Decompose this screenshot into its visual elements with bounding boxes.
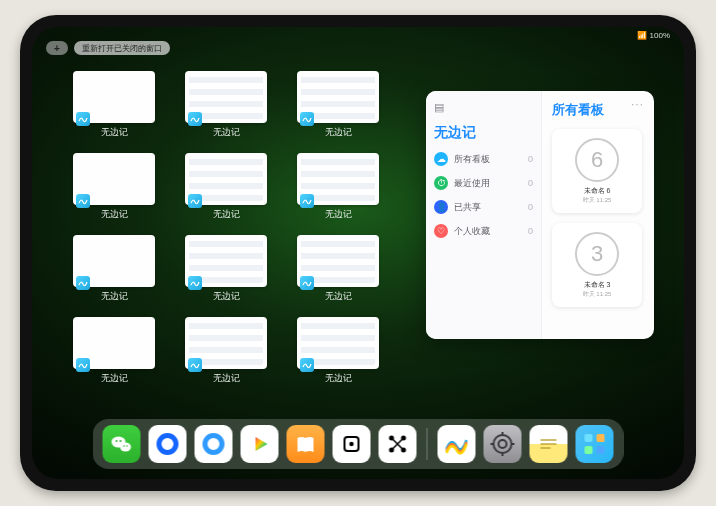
sidebar-item[interactable]: ♡个人收藏0 (434, 224, 533, 238)
freeform-app-icon (76, 276, 90, 290)
sidebar-item[interactable]: ☁所有看板0 (434, 152, 533, 166)
thumbnail-preview (73, 71, 155, 123)
sidebar-item-count: 0 (528, 178, 533, 188)
top-left-controls: + 重新打开已关闭的窗口 (46, 41, 170, 55)
svg-rect-22 (585, 434, 593, 442)
sidebar-item-icon: 👤 (434, 200, 448, 214)
svg-point-3 (120, 440, 122, 442)
dock-app-nodes[interactable] (379, 425, 417, 463)
window-label: 无边记 (325, 290, 352, 303)
thumbnail-preview (185, 153, 267, 205)
reopen-label: 重新打开已关闭的窗口 (82, 43, 162, 54)
board-thumbnail: 3 (575, 232, 619, 276)
svg-rect-23 (597, 434, 605, 442)
plus-icon: + (54, 43, 60, 54)
window-thumbnail[interactable]: 无边记 (292, 71, 384, 139)
board-card[interactable]: 6未命名 6昨天 11:25 (552, 129, 642, 213)
thumbnail-preview (297, 317, 379, 369)
thumbnail-preview (185, 71, 267, 123)
board-name: 未命名 6 (584, 186, 611, 196)
popover-menu: ☁所有看板0⏱最近使用0👤已共享0♡个人收藏0 (434, 152, 533, 238)
popover-content: ··· 所有看板 6未命名 6昨天 11:253未命名 3昨天 11:25 (542, 91, 654, 339)
board-card[interactable]: 3未命名 3昨天 11:25 (552, 223, 642, 307)
window-thumbnail[interactable]: 无边记 (180, 317, 272, 385)
board-thumbnail: 6 (575, 138, 619, 182)
status-right: 📶 100% (637, 31, 670, 40)
window-label: 无边记 (213, 208, 240, 221)
sidebar-item-label: 已共享 (454, 201, 481, 214)
dock-app-q1[interactable] (149, 425, 187, 463)
window-thumbnail[interactable]: 无边记 (68, 317, 160, 385)
thumbnail-preview (297, 71, 379, 123)
freeform-app-icon (76, 112, 90, 126)
svg-point-14 (499, 440, 507, 448)
window-label: 无边记 (101, 290, 128, 303)
sidebar-item-count: 0 (528, 202, 533, 212)
thumbnail-preview (297, 153, 379, 205)
dock-app-books[interactable] (287, 425, 325, 463)
window-label: 无边记 (213, 372, 240, 385)
sidebar-item[interactable]: 👤已共享0 (434, 200, 533, 214)
svg-point-1 (120, 443, 131, 452)
dock-app-q2[interactable] (195, 425, 233, 463)
svg-point-2 (116, 440, 118, 442)
dock-app-wechat[interactable] (103, 425, 141, 463)
window-label: 无边记 (213, 290, 240, 303)
dock-app-freeform[interactable] (438, 425, 476, 463)
freeform-popover: ▤ 无边记 ☁所有看板0⏱最近使用0👤已共享0♡个人收藏0 ··· 所有看板 6… (426, 91, 654, 339)
sidebar-item-count: 0 (528, 154, 533, 164)
window-thumbnail[interactable]: 无边记 (180, 71, 272, 139)
thumbnail-preview (73, 235, 155, 287)
app-switcher-grid: 无边记无边记无边记无边记无边记无边记无边记无边记无边记无边记无边记无边记 (68, 71, 384, 385)
freeform-app-icon (300, 276, 314, 290)
freeform-app-icon (76, 358, 90, 372)
window-label: 无边记 (213, 126, 240, 139)
window-label: 无边记 (101, 126, 128, 139)
sidebar-item-icon: ♡ (434, 224, 448, 238)
window-thumbnail[interactable]: 无边记 (180, 153, 272, 221)
thumbnail-preview (297, 235, 379, 287)
freeform-app-icon (300, 194, 314, 208)
sidebar-item-label: 个人收藏 (454, 225, 490, 238)
dock-app-play[interactable] (241, 425, 279, 463)
sidebar-item-icon: ⏱ (434, 176, 448, 190)
sidebar-item-count: 0 (528, 226, 533, 236)
window-thumbnail[interactable]: 无边记 (292, 235, 384, 303)
freeform-app-icon (188, 112, 202, 126)
freeform-app-icon (188, 276, 202, 290)
new-window-button[interactable]: + (46, 41, 68, 55)
window-thumbnail[interactable]: 无边记 (68, 153, 160, 221)
popover-sidebar: ▤ 无边记 ☁所有看板0⏱最近使用0👤已共享0♡个人收藏0 (426, 91, 542, 339)
window-label: 无边记 (325, 126, 352, 139)
dock-app-dice[interactable] (333, 425, 371, 463)
dock-app-settings[interactable] (484, 425, 522, 463)
svg-point-8 (349, 442, 353, 446)
window-thumbnail[interactable]: 无边记 (292, 153, 384, 221)
more-icon[interactable]: ··· (631, 97, 644, 111)
board-time: 昨天 11:25 (583, 290, 612, 299)
svg-rect-24 (585, 446, 593, 454)
dock-app-notes[interactable] (530, 425, 568, 463)
dock-app-apps[interactable] (576, 425, 614, 463)
window-label: 无边记 (325, 372, 352, 385)
dock-separator (427, 428, 428, 460)
window-thumbnail[interactable]: 无边记 (68, 71, 160, 139)
freeform-app-icon (300, 112, 314, 126)
board-time: 昨天 11:25 (583, 196, 612, 205)
svg-marker-6 (256, 437, 268, 451)
svg-point-4 (123, 445, 125, 447)
freeform-app-icon (76, 194, 90, 208)
sidebar-toggle-icon[interactable]: ▤ (434, 101, 533, 114)
ipad-frame: 📶 100% + 重新打开已关闭的窗口 无边记无边记无边记无边记无边记无边记无边… (20, 15, 696, 491)
window-label: 无边记 (101, 372, 128, 385)
sidebar-item-label: 最近使用 (454, 177, 490, 190)
window-thumbnail[interactable]: 无边记 (292, 317, 384, 385)
window-thumbnail[interactable]: 无边记 (68, 235, 160, 303)
reopen-closed-window-button[interactable]: 重新打开已关闭的窗口 (74, 41, 170, 55)
ipad-screen: 📶 100% + 重新打开已关闭的窗口 无边记无边记无边记无边记无边记无边记无边… (32, 27, 684, 479)
freeform-app-icon (188, 194, 202, 208)
board-name: 未命名 3 (584, 280, 611, 290)
window-thumbnail[interactable]: 无边记 (180, 235, 272, 303)
sidebar-item[interactable]: ⏱最近使用0 (434, 176, 533, 190)
svg-rect-25 (597, 446, 605, 454)
